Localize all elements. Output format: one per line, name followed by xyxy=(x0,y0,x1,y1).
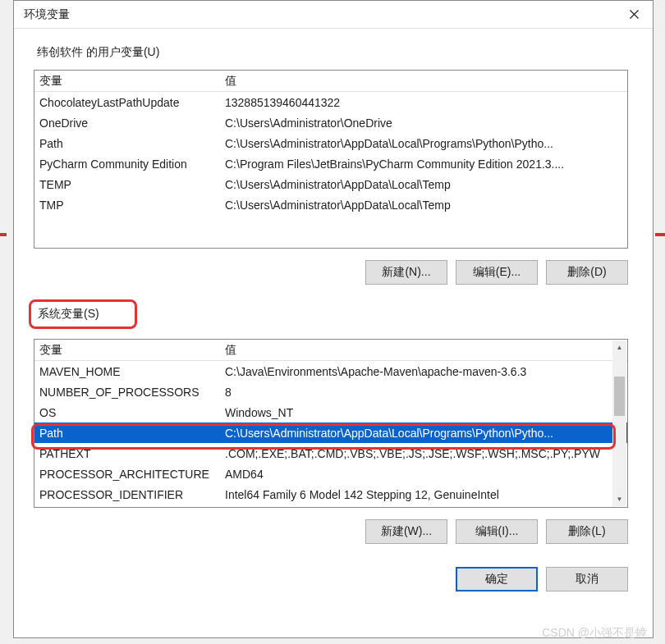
user-buttons: 新建(N)... 编辑(E)... 删除(D) xyxy=(34,260,628,285)
cell-value: C:\Users\Administrator\AppData\Local\Tem… xyxy=(220,196,627,214)
system-table-body: MAVEN_HOMEC:\Java\Environments\Apache-Ma… xyxy=(34,361,627,507)
cell-value: C:\Users\Administrator\AppData\Local\Pro… xyxy=(220,135,627,153)
system-delete-button[interactable]: 删除(L) xyxy=(546,519,628,544)
cell-value: AMD64 xyxy=(220,465,627,483)
column-variable[interactable]: 变量 xyxy=(34,340,220,360)
table-row[interactable]: ChocolateyLastPathUpdate1328851394604413… xyxy=(34,92,627,112)
system-label-highlight: 系统变量(S) xyxy=(29,299,137,329)
table-row[interactable]: PyCharm Community EditionC:\Program File… xyxy=(34,153,627,174)
scroll-thumb[interactable] xyxy=(614,377,625,416)
cell-variable: PyCharm Community Edition xyxy=(34,155,220,173)
cell-variable: NUMBER_OF_PROCESSORS xyxy=(34,383,220,401)
cell-variable: OneDrive xyxy=(34,114,220,132)
cell-variable: PROCESSOR_ARCHITECTURE xyxy=(34,465,220,483)
cell-value: C:\Program Files\JetBrains\PyCharm Commu… xyxy=(220,155,627,173)
user-edit-button[interactable]: 编辑(E)... xyxy=(456,260,538,285)
cell-value: .COM;.EXE;.BAT;.CMD;.VBS;.VBE;.JS;.JSE;.… xyxy=(220,445,627,463)
user-table-body: ChocolateyLastPathUpdate1328851394604413… xyxy=(34,92,627,248)
cell-value: C:\Users\Administrator\AppData\Local\Tem… xyxy=(220,176,627,194)
cell-variable: MAVEN_HOME xyxy=(34,363,220,381)
table-row[interactable]: PathC:\Users\Administrator\AppData\Local… xyxy=(34,133,627,153)
vertical-scrollbar[interactable]: ▲ ▼ xyxy=(612,340,626,506)
cell-variable: PATHEXT xyxy=(34,445,220,463)
scroll-down-button[interactable]: ▼ xyxy=(612,492,626,506)
env-variables-dialog: 环境变量 纬创软件 的用户变量(U) 变量 值 ChocolateyLastPa… xyxy=(13,0,654,638)
table-row[interactable]: PROCESSOR_ARCHITECTUREAMD64 xyxy=(34,464,627,484)
table-row[interactable]: PathC:\Users\Administrator\AppData\Local… xyxy=(34,422,627,443)
user-new-button[interactable]: 新建(N)... xyxy=(365,260,447,285)
table-row[interactable]: PATHEXT.COM;.EXE;.BAT;.CMD;.VBS;.VBE;.JS… xyxy=(34,443,627,464)
column-variable[interactable]: 变量 xyxy=(34,71,220,91)
dialog-title: 环境变量 xyxy=(24,7,70,22)
cell-variable: OS xyxy=(34,404,220,422)
system-variables-label: 系统变量(S) xyxy=(38,307,99,320)
column-value[interactable]: 值 xyxy=(220,340,627,360)
table-row[interactable]: MAVEN_HOMEC:\Java\Environments\Apache-Ma… xyxy=(34,361,627,381)
user-delete-button[interactable]: 删除(D) xyxy=(546,260,628,285)
system-new-button[interactable]: 新建(W)... xyxy=(365,519,447,544)
table-header: 变量 值 xyxy=(34,340,627,361)
cell-variable: ChocolateyLastPathUpdate xyxy=(34,94,220,112)
table-row[interactable]: TEMPC:\Users\Administrator\AppData\Local… xyxy=(34,174,627,194)
scroll-up-button[interactable]: ▲ xyxy=(612,340,626,354)
cell-variable: TEMP xyxy=(34,176,220,194)
column-value[interactable]: 值 xyxy=(220,71,627,91)
cell-value: 8 xyxy=(220,383,627,401)
cell-value: Intel64 Family 6 Model 142 Stepping 12, … xyxy=(220,486,627,504)
table-row[interactable]: TMPC:\Users\Administrator\AppData\Local\… xyxy=(34,194,627,215)
ok-button[interactable]: 确定 xyxy=(456,567,538,591)
system-buttons: 新建(W)... 编辑(I)... 删除(L) xyxy=(34,519,628,544)
cell-variable: Path xyxy=(34,135,220,153)
user-variables-table[interactable]: 变量 值 ChocolateyLastPathUpdate13288513946… xyxy=(34,70,628,249)
system-edit-button[interactable]: 编辑(I)... xyxy=(456,519,538,544)
system-variables-table[interactable]: 变量 值 MAVEN_HOMEC:\Java\Environments\Apac… xyxy=(34,339,628,508)
table-row[interactable]: OSWindows_NT xyxy=(34,402,627,422)
cell-value: C:\Users\Administrator\OneDrive xyxy=(220,114,627,132)
cell-value: C:\Users\Administrator\AppData\Local\Pro… xyxy=(220,424,627,442)
cell-value: 132885139460441322 xyxy=(220,94,627,112)
system-variables-group: 系统变量(S) 变量 值 MAVEN_HOMEC:\Java\Environme… xyxy=(34,285,633,544)
cell-variable: TMP xyxy=(34,196,220,214)
table-header: 变量 值 xyxy=(34,71,627,92)
dialog-buttons: 确定 取消 xyxy=(34,567,628,591)
cell-value: C:\Java\Environments\Apache-Maven\apache… xyxy=(220,363,627,381)
table-row[interactable]: PROCESSOR_IDENTIFIERIntel64 Family 6 Mod… xyxy=(34,484,627,505)
cell-value: Windows_NT xyxy=(220,404,627,422)
user-variables-label: 纬创软件 的用户变量(U) xyxy=(34,43,633,62)
titlebar: 环境变量 xyxy=(14,1,653,29)
user-variables-group: 纬创软件 的用户变量(U) 变量 值 ChocolateyLastPathUpd… xyxy=(34,43,633,285)
table-row[interactable]: NUMBER_OF_PROCESSORS8 xyxy=(34,381,627,402)
table-row[interactable]: OneDriveC:\Users\Administrator\OneDrive xyxy=(34,112,627,133)
close-icon xyxy=(630,10,639,19)
close-button[interactable] xyxy=(615,1,653,29)
cancel-button[interactable]: 取消 xyxy=(546,567,628,591)
cell-variable: Path xyxy=(34,424,220,442)
cell-variable: PROCESSOR_IDENTIFIER xyxy=(34,486,220,504)
